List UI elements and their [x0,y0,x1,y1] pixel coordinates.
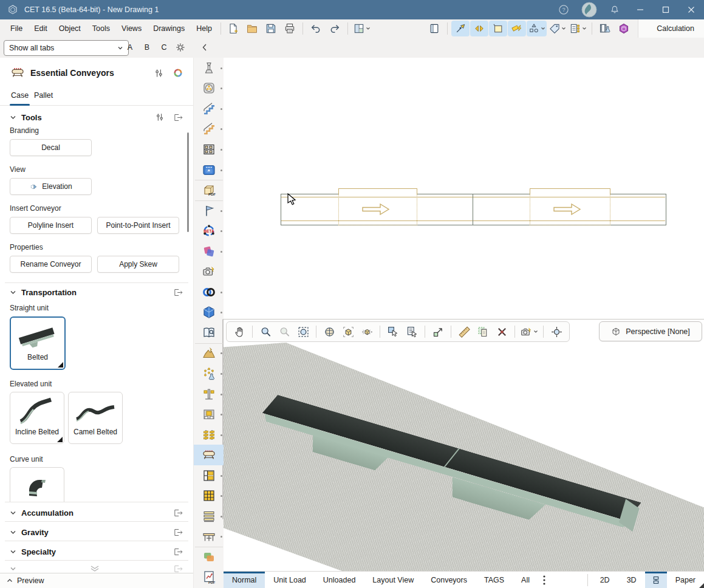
quick-tab-c[interactable]: C [157,40,171,55]
settings-gear-icon[interactable] [175,42,186,53]
zoom-extents-icon[interactable] [294,324,312,340]
new-drawing-icon[interactable] [224,21,242,36]
gantry-icon[interactable] [194,384,224,405]
camel-belted-card[interactable]: Camel Belted [68,392,123,444]
viewport-2d[interactable] [224,58,704,319]
storage-rack-icon[interactable] [194,139,224,160]
viewport-3d[interactable]: Perspective [None] [224,319,704,572]
menu-drawings[interactable]: Drawings [148,19,190,38]
minimize-button[interactable] [627,0,653,19]
rename-conveyor-button[interactable]: Rename Conveyor [10,256,92,273]
delete-icon[interactable] [493,324,511,340]
pan-tool-icon[interactable] [230,324,248,340]
pdf-report-icon[interactable]: PDF [194,567,224,588]
menu-help[interactable]: Help [191,19,217,38]
render-flask-icon[interactable] [596,21,614,36]
filter-sliders-icon[interactable] [155,112,165,122]
sidebar-book-icon[interactable] [425,21,443,36]
dock-leveler-icon[interactable] [194,404,224,425]
conveyor-icon[interactable] [194,445,224,465]
lab-model-icon[interactable] [194,363,224,384]
undock-section-icon[interactable] [173,113,183,122]
material-swatches-icon[interactable] [194,547,224,567]
zoom-in-icon[interactable] [256,324,275,340]
view-tab-tags[interactable]: TAGS [476,572,513,588]
tab-case[interactable]: Case [11,89,29,104]
note-icon[interactable] [489,21,507,36]
copy-objects-icon[interactable] [474,324,492,340]
view-tab-all[interactable]: All [513,572,538,588]
close-button[interactable] [678,0,704,19]
undo-icon[interactable] [307,21,325,36]
collapse-panel-icon[interactable] [200,42,209,53]
view-tab-normal[interactable]: Normal [224,572,265,588]
card-options-corner[interactable] [57,437,63,442]
save-icon[interactable] [262,21,280,36]
center-view-icon[interactable] [547,324,566,340]
tab-2d[interactable]: 2D [592,572,618,588]
quick-tab-b[interactable]: B [140,40,154,55]
zoom-out-icon[interactable] [275,324,293,340]
view-tab-conveyors[interactable]: Conveyors [422,572,476,588]
snap-pin-icon[interactable] [451,21,470,36]
menu-edit[interactable]: Edit [29,19,53,38]
shapes-icon[interactable] [527,21,547,36]
more-tabs-icon[interactable] [538,572,550,588]
view-tab-unloaded[interactable]: Unloaded [315,572,364,588]
section-transportation[interactable]: Transportation [0,285,193,299]
materials-hexagon-icon[interactable] [615,21,633,36]
undock-section-icon[interactable] [173,547,183,556]
quick-tab-a[interactable]: A [123,40,137,55]
card-options-corner[interactable] [58,362,63,368]
tab-pallet[interactable]: Pallet [34,89,53,104]
view-tab-unit-load[interactable]: Unit Load [265,572,315,588]
select-by-list-icon[interactable] [403,324,421,340]
menu-views[interactable]: Views [116,19,147,38]
preview-bar[interactable]: Preview [0,573,193,588]
undock-section-icon[interactable] [173,288,183,297]
undock-section-icon[interactable] [173,508,183,518]
orbit-icon[interactable] [320,324,338,340]
incline-belted-card[interactable]: Incline Belted [10,392,64,444]
pdf-box-icon[interactable]: PDF [194,180,224,200]
menu-tools[interactable]: Tools [87,19,115,38]
stairs-icon[interactable] [194,98,224,119]
elevation-button[interactable]: Elevation [10,178,92,195]
user-avatar[interactable] [576,0,602,19]
decal-button[interactable]: Decal [10,139,92,156]
measure-icon[interactable] [455,324,473,340]
scene-3d[interactable] [224,343,704,572]
beta-extension-icon[interactable]: BETA [194,220,224,241]
shelves-icon[interactable] [194,506,224,527]
catalogue-browser-icon[interactable] [194,323,224,343]
maximize-button[interactable] [653,0,678,19]
podium-icon[interactable] [194,58,224,78]
flag-icon[interactable] [194,200,224,221]
flip-arrows-icon[interactable] [470,21,488,36]
split-view-icon[interactable] [645,572,667,588]
shelving-icon[interactable] [194,465,224,486]
redo-icon[interactable] [326,21,344,36]
section-tools[interactable]: Tools [0,110,193,125]
apply-skew-button[interactable]: Apply Skew [97,256,179,273]
menu-object[interactable]: Object [53,19,86,38]
schedule-list-icon[interactable] [568,21,588,36]
filter-sliders-icon[interactable] [154,68,164,78]
terrain-icon[interactable] [194,343,224,364]
menu-file[interactable]: File [5,19,28,38]
section-accumulation[interactable]: Accumulation [0,505,193,520]
stairs-wood-icon[interactable] [194,119,224,140]
quick-tag-icon[interactable] [508,21,526,36]
open-icon[interactable] [243,21,261,36]
rings-icon[interactable] [194,282,224,303]
view-tab-layout-view[interactable]: Layout View [364,572,422,588]
camera-views-icon[interactable] [519,324,539,340]
flow-rack-icon[interactable] [194,425,224,445]
zoom-box-out-icon[interactable] [358,324,376,340]
curve-card[interactable] [10,467,64,502]
hvac-unit-icon[interactable] [194,78,224,99]
tab-3d[interactable]: 3D [618,572,645,588]
point-to-point-insert-button[interactable]: Point-to-Point Insert [97,217,179,234]
calculation-tab[interactable]: Calculation [638,19,704,38]
select-icon[interactable] [384,324,402,340]
